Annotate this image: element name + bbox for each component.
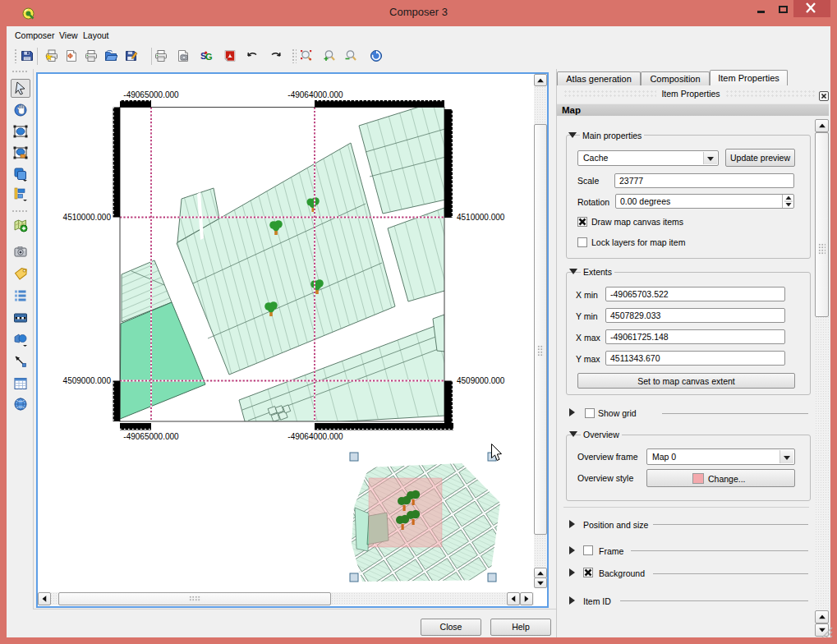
svg-text:-49065000.000: -49065000.000 [123,432,179,441]
svg-text:4510000.000: 4510000.000 [457,213,505,222]
svg-text:4509000.000: 4509000.000 [63,376,112,385]
svg-text:4510000.000: 4510000.000 [63,213,112,222]
svg-text:-49065000.000: -49065000.000 [123,90,179,99]
svg-text:-49064000.000: -49064000.000 [287,432,343,441]
svg-text:4509000.000: 4509000.000 [457,376,505,385]
svg-text:-49064000.000: -49064000.000 [287,90,343,99]
